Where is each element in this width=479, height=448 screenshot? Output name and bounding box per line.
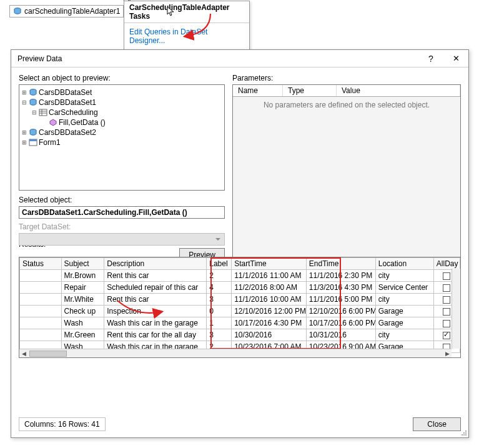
titlebar: Preview Data ? ✕ xyxy=(11,50,468,67)
col-status[interactable]: Status xyxy=(20,258,62,270)
table-cell[interactable]: 1 xyxy=(207,317,232,329)
dataset-icon xyxy=(29,128,37,137)
table-cell[interactable]: Repair xyxy=(61,282,104,294)
svg-point-11 xyxy=(463,432,465,434)
scroll-right-icon[interactable]: ▶ xyxy=(443,351,452,357)
table-cell[interactable]: 10/30/2016 xyxy=(232,329,307,341)
table-cell[interactable]: city xyxy=(375,329,433,341)
table-cell[interactable]: 11/2/2016 8:00 AM xyxy=(232,282,307,294)
table-cell[interactable]: 10/31/2016 xyxy=(306,329,375,341)
allday-checkbox[interactable] xyxy=(443,296,450,304)
table-cell[interactable]: 11/1/2016 2:30 PM xyxy=(306,270,375,282)
edit-queries-link[interactable]: Edit Queries in DataSet Designer... xyxy=(129,26,244,47)
object-tree[interactable]: ⊞ CarsDBDataSet ⊟ CarsDBDataSet1 ⊟ CarSc… xyxy=(19,84,225,191)
tree-node[interactable]: ⊞ Form1 xyxy=(21,137,223,147)
table-row[interactable]: Mr.GreenRent this car for the all day310… xyxy=(20,329,460,341)
svg-point-12 xyxy=(465,432,467,434)
col-starttime[interactable]: StartTime xyxy=(232,258,307,270)
table-row[interactable]: Mr.BrownRent this car211/1/2016 11:00 AM… xyxy=(20,270,460,282)
table-cell[interactable]: 10/17/2016 4:30 PM xyxy=(232,317,307,329)
tree-node[interactable]: ⊞ CarsDBDataSet xyxy=(21,87,223,97)
expander-icon[interactable]: ⊞ xyxy=(21,89,27,96)
selected-object-field[interactable] xyxy=(19,206,225,219)
col-description[interactable]: Description xyxy=(104,258,207,270)
table-cell[interactable] xyxy=(20,317,62,329)
results-grid[interactable]: Status Subject Description Label StartTi… xyxy=(19,257,461,358)
results-header-row: Status Subject Description Label StartTi… xyxy=(20,258,460,270)
table-cell[interactable]: city xyxy=(375,294,433,306)
tree-node[interactable]: ⊟ CarScheduling xyxy=(21,107,223,117)
col-subject[interactable]: Subject xyxy=(61,258,104,270)
table-cell[interactable]: Check up xyxy=(61,306,104,317)
vertical-scrollbar[interactable] xyxy=(452,269,460,349)
allday-checkbox[interactable] xyxy=(443,284,450,292)
table-row[interactable]: Mr.WhiteRent this car311/1/2016 10:00 AM… xyxy=(20,294,460,306)
table-cell[interactable]: 11/1/2016 5:00 PM xyxy=(306,294,375,306)
target-dataset-label: Target DataSet: xyxy=(19,222,225,231)
table-cell[interactable] xyxy=(20,294,62,306)
param-col-type: Type xyxy=(283,85,337,96)
allday-checkbox[interactable] xyxy=(443,332,450,339)
table-cell[interactable]: 11/1/2016 11:00 AM xyxy=(232,270,307,282)
close-button[interactable]: Close xyxy=(413,417,461,431)
table-cell[interactable]: 10/17/2016 6:00 PM xyxy=(306,317,375,329)
col-label[interactable]: Label xyxy=(207,258,232,270)
col-location[interactable]: Location xyxy=(375,258,433,270)
table-row[interactable]: WashWash this car in the garage110/17/20… xyxy=(20,317,460,329)
expander-icon[interactable]: ⊟ xyxy=(31,109,37,116)
resize-grip-icon[interactable] xyxy=(460,429,467,436)
tree-node[interactable]: Fill,GetData () xyxy=(21,117,223,127)
tree-node[interactable]: ⊞ CarsDBDataSet2 xyxy=(21,127,223,137)
svg-point-13 xyxy=(462,434,463,436)
table-cell[interactable] xyxy=(20,282,62,294)
expander-icon[interactable]: ⊟ xyxy=(21,99,27,106)
expander-icon[interactable]: ⊞ xyxy=(21,129,27,136)
table-cell[interactable]: Garage xyxy=(375,317,433,329)
table-cell[interactable]: Garage xyxy=(375,306,433,317)
expander-icon[interactable]: ⊞ xyxy=(21,139,27,146)
table-cell[interactable]: Rent this car xyxy=(104,294,207,306)
table-cell[interactable]: 4 xyxy=(207,282,232,294)
table-adapter-component[interactable]: carSchedulingTableAdapter1 ◀ xyxy=(9,5,124,17)
cursor-icon xyxy=(167,6,176,19)
tree-node[interactable]: ⊟ CarsDBDataSet1 xyxy=(21,97,223,107)
table-cell[interactable]: Service Center xyxy=(375,282,433,294)
svg-point-10 xyxy=(465,431,467,432)
table-cell[interactable]: 2 xyxy=(207,270,232,282)
table-cell[interactable]: Mr.White xyxy=(61,294,104,306)
table-cell[interactable]: Scheduled repair of this car xyxy=(104,282,207,294)
help-button[interactable]: ? xyxy=(418,50,443,67)
params-label: Parameters: xyxy=(232,74,461,82)
horizontal-scrollbar[interactable]: ◀ ▶ xyxy=(19,349,452,357)
table-cell[interactable]: 0 xyxy=(207,306,232,317)
table-cell[interactable]: 3 xyxy=(207,329,232,341)
table-cell[interactable]: 11/3/2016 4:30 PM xyxy=(306,282,375,294)
col-allday[interactable]: AllDay xyxy=(433,258,460,270)
allday-checkbox[interactable] xyxy=(443,272,450,280)
table-cell[interactable]: 12/10/2016 6:00 PM xyxy=(306,306,375,317)
tree-label: Select an object to preview: xyxy=(19,74,225,82)
table-cell[interactable] xyxy=(20,270,62,282)
param-col-name: Name xyxy=(233,85,283,96)
table-cell[interactable]: Inspection xyxy=(104,306,207,317)
scroll-left-icon[interactable]: ◀ xyxy=(19,351,28,357)
table-cell[interactable]: Wash xyxy=(61,317,104,329)
table-row[interactable]: RepairScheduled repair of this car411/2/… xyxy=(20,282,460,294)
table-cell[interactable]: Wash this car in the garage xyxy=(104,317,207,329)
table-cell[interactable]: 12/10/2016 12:00 PM xyxy=(232,306,307,317)
table-cell[interactable]: Mr.Brown xyxy=(61,270,104,282)
close-x-button[interactable]: ✕ xyxy=(443,50,468,67)
table-cell[interactable] xyxy=(20,329,62,341)
table-row[interactable]: Check upInspection012/10/2016 12:00 PM12… xyxy=(20,306,460,317)
allday-checkbox[interactable] xyxy=(443,308,450,316)
table-cell[interactable]: 3 xyxy=(207,294,232,306)
table-cell[interactable]: Rent this car for the all day xyxy=(104,329,207,341)
allday-checkbox[interactable] xyxy=(443,320,450,327)
scroll-thumb[interactable] xyxy=(29,351,67,357)
table-cell[interactable]: Rent this car xyxy=(104,270,207,282)
col-endtime[interactable]: EndTime xyxy=(306,258,375,270)
table-cell[interactable]: Mr.Green xyxy=(61,329,104,341)
table-cell[interactable]: city xyxy=(375,270,433,282)
table-cell[interactable]: 11/1/2016 10:00 AM xyxy=(232,294,307,306)
table-cell[interactable] xyxy=(20,306,62,317)
